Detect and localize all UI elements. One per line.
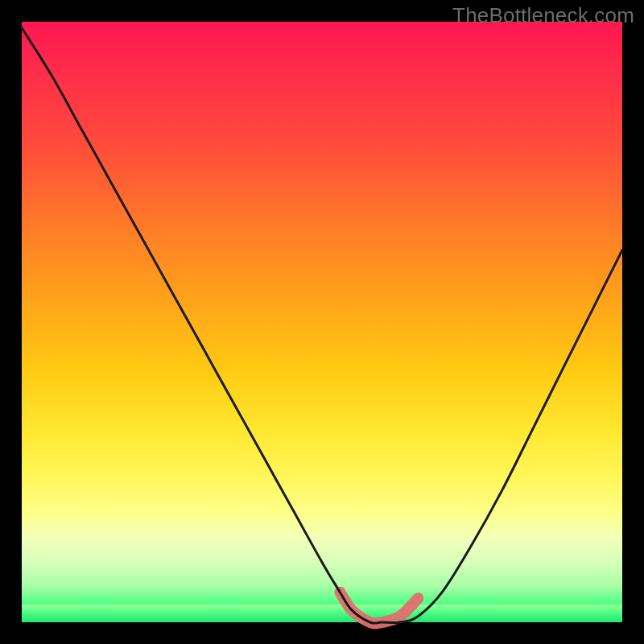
plot-area [22, 22, 622, 622]
bottleneck-curve [22, 28, 622, 624]
watermark-text: TheBottleneck.com [452, 3, 634, 28]
chart-frame: TheBottleneck.com [0, 0, 644, 644]
curve-svg [22, 22, 622, 622]
basin-highlight [340, 592, 418, 624]
